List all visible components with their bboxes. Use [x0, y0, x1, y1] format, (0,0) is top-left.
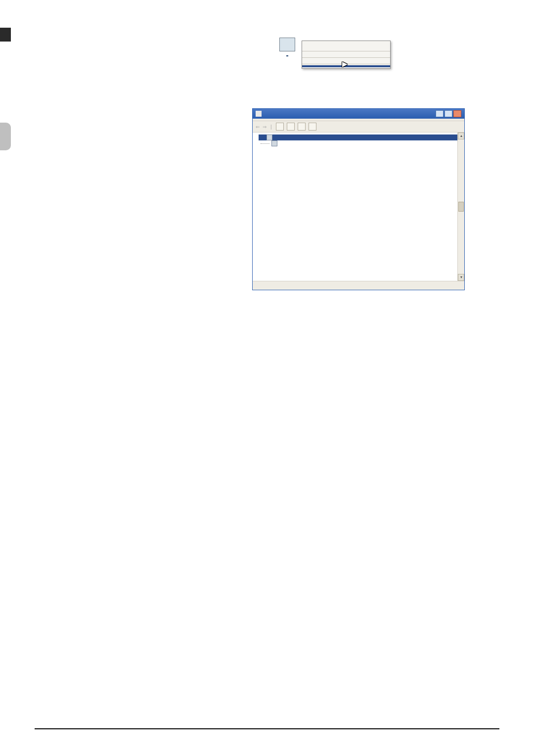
- ieee1394-icon: [267, 134, 272, 140]
- device-tree: ▴ ▾: [253, 133, 464, 281]
- close-button[interactable]: [453, 110, 461, 117]
- maximize-button[interactable]: [445, 110, 452, 117]
- step-2: ⇐ ⇒ |: [35, 108, 499, 290]
- scroll-thumb[interactable]: [458, 202, 464, 212]
- minimize-button[interactable]: [436, 110, 444, 117]
- nav-back-icon[interactable]: ⇐: [256, 124, 260, 130]
- my-computer-label: [286, 55, 288, 56]
- cursor-icon: ▶: [342, 60, 348, 68]
- page-footer: [35, 728, 499, 731]
- toolbar-button-2[interactable]: [287, 123, 295, 131]
- scroll-down-icon[interactable]: ▾: [458, 274, 464, 281]
- context-menu-screenshot: ▶: [302, 41, 400, 69]
- menu-item-disconnect-drive[interactable]: [302, 54, 390, 56]
- tree-item-ieee1394[interactable]: [259, 134, 463, 140]
- toolbar-button-1[interactable]: [276, 123, 284, 131]
- page-content: ▶: [0, 0, 534, 756]
- tree-item-nec-firewarden[interactable]: [255, 140, 463, 146]
- step-1: ▶: [35, 41, 499, 69]
- window-statusbar: [253, 281, 464, 290]
- window-titlebar: [253, 109, 464, 119]
- device-manager-window: ⇐ ⇒ |: [252, 108, 465, 290]
- step-3: [35, 300, 499, 302]
- toolbar-button-3[interactable]: [298, 123, 306, 131]
- vertical-scrollbar[interactable]: ▴ ▾: [457, 133, 464, 281]
- my-computer-icon: [278, 38, 297, 57]
- device-manager-icon: [256, 111, 262, 117]
- firewire-device-icon: [271, 140, 277, 146]
- nav-forward-icon[interactable]: ⇒: [263, 124, 267, 130]
- menu-item-manage[interactable]: [302, 48, 390, 50]
- window-toolbar: ⇐ ⇒ |: [253, 121, 464, 133]
- scroll-up-icon[interactable]: ▴: [458, 133, 464, 139]
- toolbar-button-4[interactable]: [309, 123, 316, 131]
- computer-icon: [279, 38, 295, 51]
